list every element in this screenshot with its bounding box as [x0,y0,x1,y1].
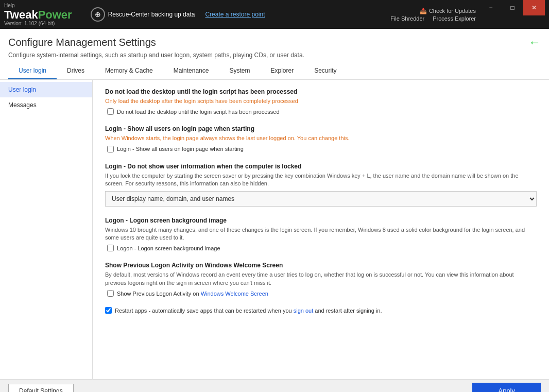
setting-logon-background: Logon - Logon screen background image Wi… [105,217,537,252]
file-shredder-item[interactable]: File Shredder [390,15,424,22]
main-layout: User login Messages Do not load the desk… [0,80,549,379]
close-button[interactable]: ✕ [523,0,545,15]
setting-show-all-users-title: Login - Show all users on login page whe… [105,125,537,132]
setting-user-info-locked-desc: If you lock the computer by starting the… [105,172,537,188]
tab-user-login[interactable]: User login [8,63,57,79]
previous-logon-link: Windows Welcome Screen [201,291,268,297]
sidebar-item-user-login[interactable]: User login [0,82,92,97]
help-link[interactable]: Help [4,3,72,8]
logon-background-checkbox-label: Logon - Logon screen background image [117,245,220,251]
shredder-label: File Shredder [390,15,424,22]
user-info-select-wrapper: User display name, domain, and user name… [105,191,537,207]
setting-desktop-load-title: Do not load the desktop until the login … [105,88,537,95]
version-label: Version: 1.102 (64-bit) [4,21,72,26]
setting-logon-background-title: Logon - Logon screen background image [105,217,537,224]
page-subtitle: Configure system-internal settings, such… [8,52,541,59]
setting-desktop-load-desc: Only load the desktop after the login sc… [105,97,537,105]
setting-logon-background-desc: Windows 10 brought many changes, and one… [105,226,537,242]
restart-apps-label: Restart apps - automatically save apps t… [115,308,382,314]
setting-desktop-load-checkbox-row: Do not load the desktop until the login … [107,108,537,115]
window-controls: − □ ✕ [480,0,545,29]
apply-button[interactable]: Apply [472,383,541,392]
show-all-users-checkbox[interactable] [107,146,114,152]
setting-user-info-locked-title: Login - Do not show user information whe… [105,163,537,170]
setting-desktop-load: Do not load the desktop until the login … [105,88,537,115]
tab-explorer[interactable]: Explorer [260,63,304,79]
process-explorer-label: Process Explorer [433,15,476,22]
check-updates-label: Check for Updates [429,8,476,14]
check-updates-item[interactable]: 📥 Check for Updates [420,8,476,14]
tab-drives[interactable]: Drives [57,63,95,79]
tab-security[interactable]: Security [304,63,347,79]
tab-maintenance[interactable]: Maintenance [163,63,219,79]
titlebar: Help TweakPower Version: 1.102 (64-bit) … [0,0,549,29]
sidebar-item-messages[interactable]: Messages [0,97,92,113]
sidebar: User login Messages [0,80,93,379]
rescue-label: Rescue-Center backing up data [108,11,195,18]
page-title: Configure Management Settings [8,37,156,48]
setting-previous-logon: Show Previous Logon Activity on Windows … [105,262,537,297]
maximize-button[interactable]: □ [502,0,523,15]
setting-user-info-locked: Login - Do not show user information whe… [105,163,537,207]
process-explorer-item[interactable]: Process Explorer [433,15,476,22]
setting-show-all-users-checkbox-row: Login - Show all users on login page whe… [107,146,537,152]
minimize-button[interactable]: − [480,0,502,15]
setting-previous-logon-title: Show Previous Logon Activity on Windows … [105,262,537,269]
bottom-bar: Default Settings Apply [0,379,549,392]
default-settings-button[interactable]: Default Settings [8,384,74,393]
page-header: Configure Management Settings ← Configur… [0,29,549,80]
desktop-load-checkbox-label: Do not load the desktop until the login … [117,109,280,115]
tab-system[interactable]: System [219,63,260,79]
setting-logon-background-checkbox-row: Logon - Logon screen background image [107,245,537,251]
tab-memory-cache[interactable]: Memory & Cache [95,63,163,79]
restart-apps-checkbox[interactable] [105,307,112,314]
rescue-icon: ⊕ [91,7,105,22]
create-restore-link[interactable]: Create a restore point [205,11,265,18]
desktop-load-checkbox[interactable] [107,108,114,115]
titlebar-right: 📥 Check for Updates File Shredder Proces… [390,8,476,22]
previous-logon-checkbox-label: Show Previous Logon Activity on Windows … [117,291,268,297]
logon-background-checkbox[interactable] [107,245,114,251]
setting-show-all-users-desc: When Windows starts, the login page alwa… [105,134,537,142]
setting-previous-logon-checkbox-row: Show Previous Logon Activity on Windows … [107,290,537,297]
app-logo: Help TweakPower Version: 1.102 (64-bit) [4,3,72,26]
brand-name: TweakPower [4,9,72,21]
setting-show-all-users: Login - Show all users on login page whe… [105,125,537,152]
restart-apps-row: Restart apps - automatically save apps t… [105,307,537,314]
setting-previous-logon-desc: By default, most versions of Windows rec… [105,271,537,287]
previous-logon-checkbox[interactable] [107,290,114,297]
content-area: Do not load the desktop until the login … [93,80,549,379]
tabs-bar: User login Drives Memory & Cache Mainten… [8,63,541,79]
show-all-users-checkbox-label: Login - Show all users on login page whe… [117,146,244,152]
back-arrow-icon[interactable]: ← [528,35,541,49]
rescue-section: ⊕ Rescue-Center backing up data [91,7,195,22]
setting-restart-apps: Restart apps - automatically save apps t… [105,307,537,314]
updates-icon: 📥 [420,8,427,14]
restart-apps-link: sign out [294,308,314,314]
user-info-select[interactable]: User display name, domain, and user name… [105,191,537,207]
